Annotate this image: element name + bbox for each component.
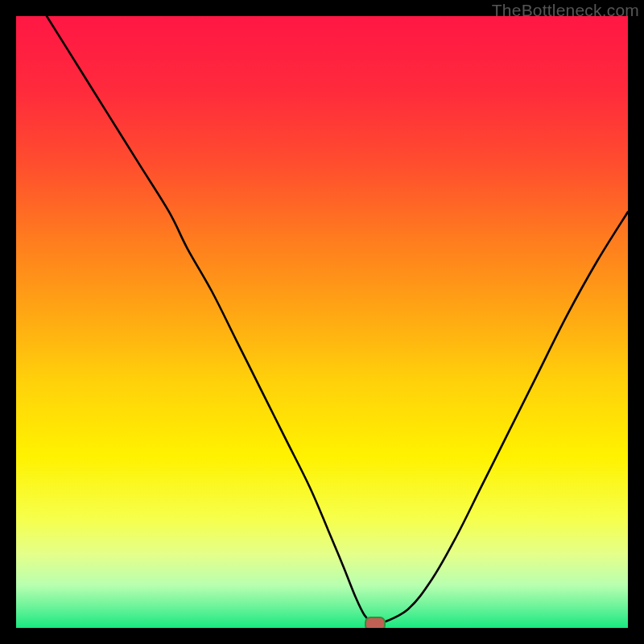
- minimum-marker: [365, 617, 386, 628]
- chart-background-gradient: [16, 16, 628, 628]
- plot-area: [16, 16, 628, 628]
- watermark-text: TheBottleneck.com: [492, 1, 639, 20]
- chart-frame: TheBottleneck.com: [0, 0, 644, 644]
- bottleneck-chart: [16, 16, 628, 628]
